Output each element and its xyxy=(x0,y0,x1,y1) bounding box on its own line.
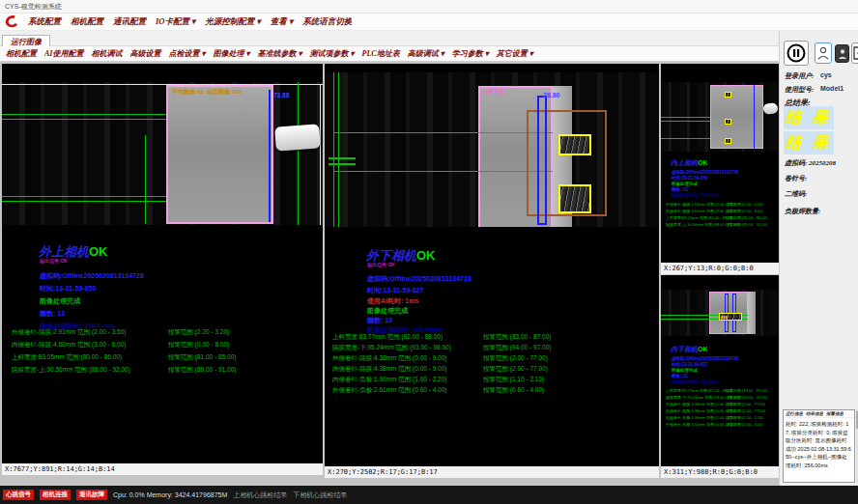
measurement-list: 上料宽度:83.77mm 范围:(82.00 - 88.00)报警范围:(83.… xyxy=(666,387,777,428)
camera-image-thumb-top xyxy=(661,82,779,152)
measure-line-blue xyxy=(754,85,755,149)
measurement-text: 上料宽度:83.05mm 范围:(80.00 - 86.00) xyxy=(666,215,726,220)
menu-item[interactable]: 系统语言切换 xyxy=(302,16,352,28)
toolbar-item[interactable]: 其它设置 ▾ xyxy=(497,48,533,59)
measurement-text: 外侧卷针-隔膜:2.91mm 范围:(2.00 - 3.50) xyxy=(666,202,726,207)
measurement-text: 外侧卷针-隔膜:4.38mm 范围:(0.00 - 9.00) xyxy=(332,354,483,363)
camera-view-inner-upper-thumbnail[interactable]: 内上相机OK 虚拟码:Offline2025020813134728 时间:13… xyxy=(661,64,779,274)
measurement-row: 上料宽度:83.05mm 范围:(80.00 - 86.00)报警范围:(81.… xyxy=(666,214,777,221)
weld-detect-box xyxy=(725,92,731,98)
process-done-text: 图像处理完成 xyxy=(40,296,80,306)
alarm-range-text: 报警范围:(2.00 - 77.00) xyxy=(483,354,548,363)
weld-detect-box xyxy=(725,138,731,144)
control-panel: 登录用户: cys 使用型号: Model1 总结果: 结 果 结 果 虚拟码:… xyxy=(779,31,858,486)
alarm-range-text: 报警范围:(2.00 - 77.00) xyxy=(726,402,765,406)
measure-line-green xyxy=(661,121,710,122)
toolbar-item[interactable]: 测试项参数 ▾ xyxy=(310,48,355,59)
log-text: 耗时: 222, 瑕疵检测耗时: 17, 瑕疵分类耗时: 0, 瑕疵提取分区耗时… xyxy=(784,418,854,471)
toolbar-item[interactable]: 学习参数 ▾ xyxy=(452,48,489,59)
camera-view-outer-lower[interactable]: AI检测框 28.80 外下相机OK 输出信号:OK 虚拟码:Offline20… xyxy=(325,64,659,478)
measurement-row: 外侧卷针-隔膜:2.91mm 范围:(2.00 - 3.50)报警范围:(2.2… xyxy=(666,201,777,208)
process-time-text: 图像处理耗时: 256.00ms xyxy=(672,193,720,198)
user-admin-button[interactable] xyxy=(835,44,849,63)
turns-text: 圈数: 13 xyxy=(672,187,688,192)
measurement-row: 隔膜宽度-上:90.56mm 范围:(88.00 - 92.00)报警范围:(8… xyxy=(12,364,321,377)
toolbar-item[interactable]: 相机配置 xyxy=(6,48,37,59)
toolbar-item[interactable]: 相机调试 xyxy=(91,48,122,59)
camera-name: 内上相机 xyxy=(671,159,698,167)
toolbar: 相机配置AI使用配置相机调试高级设置点检设置 ▾图像处理 ▾基准线参数 ▾测试项… xyxy=(0,46,779,62)
log-box[interactable]: 运行信息结果信息报警信息 耗时: 222, 瑕疵检测耗时: 17, 瑕疵分类耗时… xyxy=(783,409,855,483)
measure-line-green xyxy=(2,201,166,202)
toolbar-item[interactable]: 点检设置 ▾ xyxy=(168,48,205,59)
user-login-button[interactable] xyxy=(815,42,832,64)
measurement-text: 上料宽度:83.77mm 范围:(82.00 - 88.00) xyxy=(332,333,483,342)
exit-button[interactable] xyxy=(851,42,858,64)
toolbar-item[interactable]: AI使用配置 xyxy=(44,48,83,59)
camera-view-inner-lower-thumbnail[interactable]: ▮▮▮ 内下相机OK 虚拟码:Offline2025020813134728 时… xyxy=(661,275,779,478)
log-tab[interactable]: 报警信息 xyxy=(826,411,844,416)
measure-line-green xyxy=(2,196,166,197)
measurement-text: 内侧卷针-隔膜:4.60mm 范围:(3.00 - 6.00) xyxy=(12,341,168,350)
time-text: 时间:13-31-59-650 xyxy=(672,176,708,181)
camera-image-thumb-bottom: ▮▮▮ xyxy=(661,290,779,336)
measure-line-green-vertical xyxy=(298,82,299,225)
menu-item[interactable]: IO卡配置 ▾ xyxy=(156,16,195,28)
measurement-text: 内侧卷针-负极:1.90mm 范围:(1.00 - 2.20) xyxy=(666,415,726,420)
measure-line-green-vertical xyxy=(145,135,146,224)
alarm-range-text: 报警范围:(0.60 - 4.00) xyxy=(483,386,544,395)
measurement-text: 外侧卷针-隔膜:2.91mm 范围:(2.00 - 3.50) xyxy=(12,328,168,337)
measurement-row: 隔膜宽度-下:95.24mm 范围:(93.00 - 98.00)报警范围:(9… xyxy=(332,343,657,353)
alarm-range-text: 报警范围:(0.00 - 8.00) xyxy=(726,209,763,213)
cpu-memory-text: Cpu: 0.0% Memory: 3424.41796875M xyxy=(113,491,227,498)
camera-connection-badge: 相机连接 xyxy=(40,490,71,500)
turns-text: 圈数: 13 xyxy=(672,374,688,378)
menu-items: 系统配置相机配置通讯配置IO卡配置 ▾光源控制配置 ▾查看 ▾系统语言切换 xyxy=(28,16,352,28)
measure-tick-green xyxy=(329,157,356,159)
alarm-range-text: 报警范围:(83.00 - 87.00) xyxy=(483,333,551,342)
measurement-list: 上料宽度:83.77mm 范围:(82.00 - 88.00)报警范围:(83.… xyxy=(332,332,657,396)
probe-object xyxy=(763,102,779,114)
measurement-row: 内侧卷针-负极:1.90mm 范围:(1.00 - 2.20)报警范围:(1.1… xyxy=(666,414,777,421)
toolbar-item[interactable]: PLC地址表 xyxy=(362,48,400,59)
toolbar-item[interactable]: 图像处理 ▾ xyxy=(213,48,249,59)
measure-line-green xyxy=(333,171,553,172)
measurement-row: 外侧卷针-隔膜:4.38mm 范围:(0.00 - 9.00)报警范围:(2.0… xyxy=(332,353,657,364)
barcode-text: 虚拟码:Offline2025020813134728 xyxy=(367,274,472,284)
measurement-text: 隔膜宽度-下:95.24mm 范围:(93.00 - 98.00) xyxy=(332,344,483,352)
output-signal-text: 输出信号:OK xyxy=(367,262,395,267)
alarm-range-text: 报警范围:(81.00 - 85.00) xyxy=(168,353,236,362)
measurement-list: 外侧卷针-隔膜:2.91mm 范围:(2.00 - 3.50)报警范围:(2.2… xyxy=(666,201,777,228)
baseline-yellow-vertical xyxy=(320,84,321,225)
menu-item[interactable]: 光源控制配置 ▾ xyxy=(205,16,260,28)
pause-button[interactable] xyxy=(784,41,809,66)
measurement-text: 上料宽度:83.05mm 范围:(80.00 - 86.00) xyxy=(12,353,168,362)
turns-text: 圈数: 13 xyxy=(367,316,392,325)
log-tab[interactable]: 结果信息 xyxy=(806,411,823,416)
login-user-value: cys xyxy=(820,71,832,78)
toolbar-item[interactable]: 高级设置 xyxy=(129,48,160,59)
app-logo-icon xyxy=(4,14,18,29)
blue-measure-label: 73.88 xyxy=(273,92,289,98)
negative-weld-count-label: 负极焊数量: xyxy=(785,207,820,216)
camera-name: 外上相机 xyxy=(39,244,89,259)
log-tabs: 运行信息结果信息报警信息 xyxy=(784,410,854,418)
measurement-row: 外侧卷针-负极:2.61mm 范围:(0.60 - 4.00)报警范围:(0.6… xyxy=(666,421,777,428)
toolbar-item[interactable]: 高级调试 ▾ xyxy=(408,48,444,59)
log-tab[interactable]: 运行信息 xyxy=(786,411,803,416)
camera-image-center: AI检测框 28.80 xyxy=(325,72,659,227)
menu-item[interactable]: 查看 ▾ xyxy=(271,16,293,28)
measurement-row: 上料宽度:83.05mm 范围:(80.00 - 86.00)报警范围:(81.… xyxy=(12,351,321,364)
measure-line-green xyxy=(661,117,710,118)
toolbar-item[interactable]: 基准线参数 ▾ xyxy=(257,48,301,59)
ai-time-text: 使用AI耗时: 1ms xyxy=(367,296,418,306)
menu-item[interactable]: 通讯配置 xyxy=(113,16,146,28)
login-user-label: 登录用户: xyxy=(785,71,814,81)
model-value[interactable]: Model1 xyxy=(820,85,844,92)
camera-view-outer-upper[interactable]: 平均阈值:93, 动态阈值:100 73.88 外上相机OK 输出信号:OK 虚… xyxy=(2,64,323,475)
pixel-coordinate-bar: X:267;Y:13;R:0;G:0;B:0 xyxy=(661,263,779,274)
product-region xyxy=(710,85,763,149)
menu-item[interactable]: 系统配置 xyxy=(28,16,61,28)
menu-item[interactable]: 相机配置 xyxy=(71,16,103,28)
upper-camera-heartbeat-text: 上相机心跳检结果 xyxy=(233,490,287,500)
